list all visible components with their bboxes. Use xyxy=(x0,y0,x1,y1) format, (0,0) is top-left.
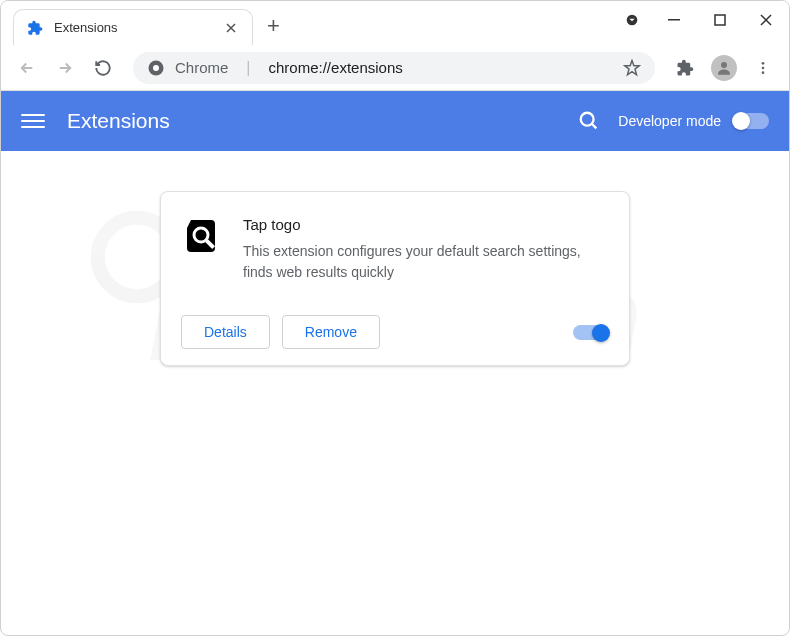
svg-rect-3 xyxy=(668,19,680,21)
extensions-list: Tap togo This extension configures your … xyxy=(1,151,789,406)
svg-point-7 xyxy=(721,62,727,68)
menu-button[interactable] xyxy=(747,52,779,84)
tab-close-button[interactable] xyxy=(222,19,240,37)
toggle-knob xyxy=(592,324,610,342)
new-tab-button[interactable]: + xyxy=(267,13,280,39)
svg-rect-4 xyxy=(715,15,725,25)
extension-icon xyxy=(183,216,223,256)
chrome-icon xyxy=(147,59,165,77)
browser-toolbar: Chrome | chrome://extensions xyxy=(1,45,789,91)
svg-point-11 xyxy=(581,113,594,126)
developer-mode-toggle[interactable] xyxy=(733,113,769,129)
svg-point-6 xyxy=(153,65,159,71)
star-icon[interactable] xyxy=(623,59,641,77)
svg-point-8 xyxy=(762,62,765,65)
extension-description: This extension configures your default s… xyxy=(243,241,607,283)
shield-icon[interactable] xyxy=(613,1,651,39)
forward-button[interactable] xyxy=(49,52,81,84)
svg-point-10 xyxy=(762,71,765,74)
puzzle-icon xyxy=(26,19,44,37)
extensions-icon[interactable] xyxy=(669,52,701,84)
url-separator: | xyxy=(246,59,250,77)
reload-button[interactable] xyxy=(87,52,119,84)
profile-avatar[interactable] xyxy=(711,55,737,81)
address-bar[interactable]: Chrome | chrome://extensions xyxy=(133,52,655,84)
details-button[interactable]: Details xyxy=(181,315,270,349)
menu-icon[interactable] xyxy=(21,109,45,133)
browser-tab[interactable]: Extensions xyxy=(13,9,253,45)
maximize-button[interactable] xyxy=(697,1,743,39)
search-icon[interactable] xyxy=(578,110,600,132)
extension-card: Tap togo This extension configures your … xyxy=(160,191,630,366)
remove-button[interactable]: Remove xyxy=(282,315,380,349)
toggle-knob xyxy=(732,112,750,130)
url-scheme: Chrome xyxy=(175,59,228,76)
extension-name: Tap togo xyxy=(243,216,607,233)
url-path: chrome://extensions xyxy=(269,59,403,76)
page-title: Extensions xyxy=(67,109,578,133)
back-button[interactable] xyxy=(11,52,43,84)
tab-title: Extensions xyxy=(54,20,212,35)
developer-mode-label: Developer mode xyxy=(618,113,721,129)
window-titlebar: Extensions + xyxy=(1,1,789,45)
close-button[interactable] xyxy=(743,1,789,39)
svg-point-9 xyxy=(762,66,765,69)
extension-enable-toggle[interactable] xyxy=(573,325,609,340)
extensions-header: Extensions Developer mode xyxy=(1,91,789,151)
minimize-button[interactable] xyxy=(651,1,697,39)
window-controls xyxy=(613,1,789,39)
